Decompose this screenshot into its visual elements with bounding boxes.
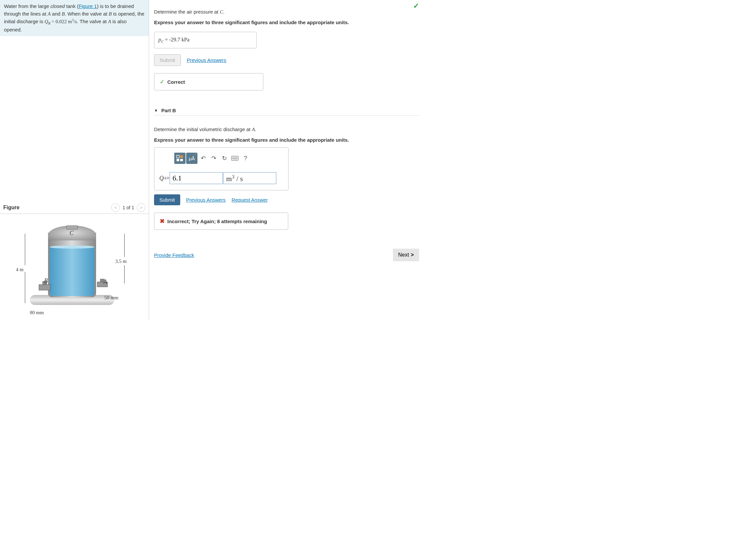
- template-tool-button[interactable]: [174, 153, 186, 164]
- keyboard-button[interactable]: [230, 153, 240, 164]
- incorrect-label: Incorrect; Try Again; 8 attempts remaini…: [167, 219, 267, 224]
- svg-rect-3: [180, 159, 183, 161]
- partB-unit-input[interactable]: m3 / s: [223, 172, 276, 184]
- check-icon: ✓: [413, 2, 419, 10]
- partB-header[interactable]: ▼ Part B: [154, 108, 419, 113]
- partB-question: Determine the initial volumetric dischar…: [154, 127, 252, 132]
- units-tool-button[interactable]: μÅ °: [186, 153, 197, 164]
- svg-rect-0: [177, 155, 179, 158]
- label-B: B: [44, 277, 48, 284]
- figure-image: C B A 4 m 3.5 m 50 mm 80 mm: [0, 214, 149, 320]
- dim-3-5m: 3.5 m: [115, 259, 127, 264]
- partB-instruction: Express your answer to three significant…: [154, 136, 419, 143]
- figure-link[interactable]: Figure 1: [79, 3, 97, 9]
- problem-statement: Water from the large closed tank (Figure…: [0, 0, 149, 36]
- collapse-icon: ▼: [154, 108, 158, 113]
- figure-nav-label: 1 of 1: [123, 205, 134, 210]
- partA-feedback: ✓Correct: [154, 73, 263, 90]
- reset-button[interactable]: ↻: [219, 153, 229, 164]
- partB-feedback: ✖Incorrect; Try Again; 8 attempts remain…: [154, 213, 288, 230]
- partA-submit-button: Submit: [154, 54, 181, 66]
- label-A: A: [103, 278, 107, 285]
- dim-80mm: 80 mm: [30, 310, 44, 315]
- label-C: C: [70, 230, 74, 237]
- dim-4m: 4 m: [16, 267, 24, 272]
- figure-next-button[interactable]: >: [137, 203, 145, 212]
- answer-editor: μÅ ° ↶ ↷ ↻ ? QA = m3 / s: [154, 147, 289, 191]
- dim-50mm: 50 mm: [104, 295, 118, 300]
- correct-label: Correct: [167, 79, 185, 85]
- partB-title: Part B: [161, 108, 176, 113]
- svg-rect-2: [177, 159, 179, 161]
- partA-answer-box: pC = -29.7 kPa: [154, 32, 257, 48]
- left-column: Water from the large closed tank (Figure…: [0, 0, 149, 320]
- figure-section: Figure < 1 of 1 > C B: [0, 202, 149, 320]
- editor-toolbar: μÅ ° ↶ ↷ ↻ ?: [154, 148, 288, 169]
- part-b: Determine the initial volumetric dischar…: [154, 126, 419, 234]
- partA-question: Determine the air pressure at: [154, 9, 220, 15]
- partA-instruction: Express your answer to three significant…: [154, 19, 419, 26]
- partA-previous-answers-link[interactable]: Previous Answers: [187, 57, 226, 63]
- figure-title: Figure: [3, 205, 20, 211]
- partB-previous-answers-link[interactable]: Previous Answers: [186, 197, 226, 203]
- svg-rect-1: [180, 155, 183, 158]
- figure-prev-button[interactable]: <: [111, 203, 120, 212]
- word-closed: closed: [50, 3, 65, 9]
- incorrect-icon: ✖: [160, 218, 165, 225]
- partA-answer-value: -29.7 kPa: [169, 37, 189, 42]
- correct-icon: ✓: [160, 79, 165, 85]
- chevron-right-icon: >: [411, 252, 414, 258]
- help-button[interactable]: ?: [241, 153, 250, 164]
- part-a: Determine the air pressure at C. Express…: [154, 8, 419, 94]
- problem-text: Water from the large: [4, 3, 50, 9]
- undo-button[interactable]: ↶: [198, 153, 208, 164]
- partB-request-answer-link[interactable]: Request Answer: [232, 197, 268, 203]
- next-label: Next: [398, 252, 409, 258]
- redo-button[interactable]: ↷: [209, 153, 219, 164]
- next-button[interactable]: Next >: [393, 249, 419, 261]
- partB-value-input[interactable]: [170, 172, 223, 184]
- provide-feedback-link[interactable]: Provide Feedback: [154, 252, 194, 258]
- right-column: ✓ Determine the air pressure at C. Expre…: [149, 0, 424, 320]
- partB-submit-button[interactable]: Submit: [154, 194, 180, 205]
